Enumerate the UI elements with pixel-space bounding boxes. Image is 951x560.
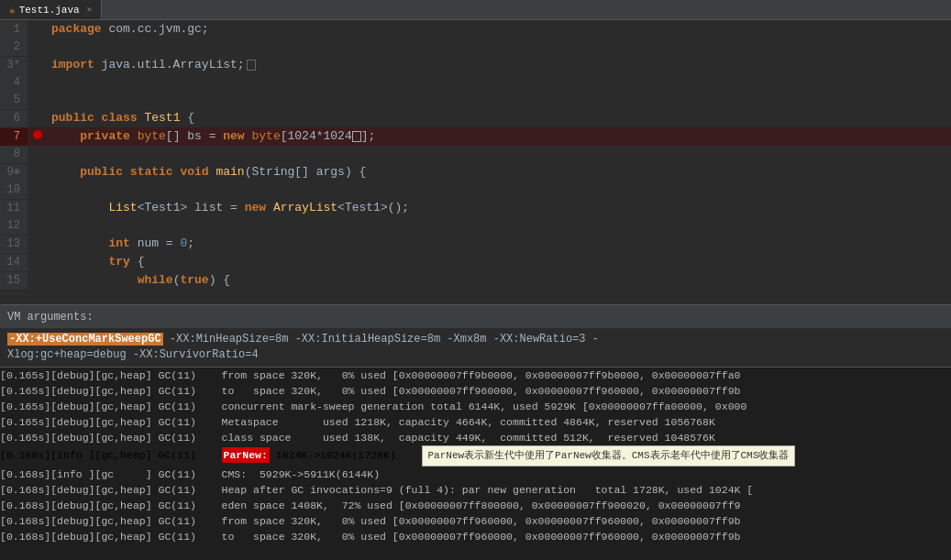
console-line-10: [0.168s][debug][gc,heap] GC(11) from spa… [0,513,951,529]
line-content-13: int num = 0; [44,235,194,252]
console-line-11: [0.168s][debug][gc,heap] GC(11) to space… [0,529,951,544]
line-num-7: 7 [0,128,28,146]
console-line-8: [0.168s][debug][gc,heap] GC(11) Heap aft… [0,482,951,498]
line-num-1: 1 [0,21,28,38]
line-num-13: 13 [0,236,28,253]
line-num-8: 8 [0,146,28,163]
console-line-4: [0.165s][debug][gc,heap] GC(11) Metaspac… [0,414,951,430]
parnew-badge: ParNew: [222,447,270,463]
line-content-14: try { [44,253,144,270]
code-line-3: 3* import java.util.ArrayList; [0,56,951,74]
code-line-11: 11 List<Test1> list = new ArrayList<Test… [0,199,951,217]
console-line-5: [0.165s][debug][gc,heap] GC(11) class sp… [0,430,951,445]
console-parnew-prefix: [0.168s][info ][gc,heap] GC(11) [0,447,222,463]
code-line-9: 9⊕ public static void main(String[] args… [0,163,951,181]
line-num-2: 2 [0,38,28,56]
line-num-5: 5 [0,92,28,109]
vm-args-label: VM arguments: [7,311,94,324]
vm-highlight-cms: -XX:+UseConcMarkSweepGC [7,333,163,346]
code-line-5: 5 [0,92,951,109]
console-parnew-value: 1024K->1024K(1728K) [270,447,422,463]
console-area: [0.165s][debug][gc,heap] GC(11) from spa… [0,368,951,560]
code-line-8: 8 [0,146,951,163]
line-content-11: List<Test1> list = new ArrayList<Test1>(… [44,199,409,216]
line-num-11: 11 [0,200,28,217]
line-content-9: public static void main(String[] args) { [44,163,366,181]
console-line-3: [0.165s][debug][gc,heap] GC(11) concurre… [0,399,951,414]
tab-test1-java[interactable]: ☕ Test1.java ✕ [0,0,102,19]
code-line-2: 2 [0,38,951,56]
console-line-9: [0.168s][debug][gc,heap] GC(11) eden spa… [0,498,951,513]
code-line-13: 13 int num = 0; [0,235,951,253]
parnew-tooltip: ParNew表示新生代中使用了ParNew收集器。CMS表示老年代中使用了CMS… [422,445,796,467]
code-line-14: 14 try { [0,253,951,271]
vm-args-value: -XX:+UseConcMarkSweepGC -XX:MinHeapSize=… [0,328,951,368]
vm-args-text: -XX:+UseConcMarkSweepGC -XX:MinHeapSize=… [7,332,944,363]
line-num-14: 14 [0,254,28,271]
line-num-9: 9⊕ [0,164,28,181]
code-line-7: 7 private byte[] bs = new byte[1024*1024… [0,127,951,146]
code-line-6: 6 public class Test1 { [0,109,951,127]
java-file-icon: ☕ [9,4,16,16]
close-icon[interactable]: ✕ [87,5,92,15]
tab-label: Test1.java [19,5,80,16]
vm-args-label-row: VM arguments: [0,304,951,328]
line-num-15: 15 [0,272,28,290]
code-line-1: 1 package com.cc.jvm.gc; [0,20,951,38]
line-content-15: while(true) { [44,271,230,289]
code-line-12: 12 [0,217,951,235]
line-content-6: public class Test1 { [44,109,194,126]
code-line-4: 4 [0,74,951,92]
line-content-7: private byte[] bs = new byte[1024*1024]; [44,127,375,145]
line-num-10: 10 [0,181,28,199]
line-num-4: 4 [0,74,28,92]
tab-bar: ☕ Test1.java ✕ [0,0,951,20]
line-content-1: package com.cc.jvm.gc; [44,20,209,38]
console-line-6-special: [0.168s][info ][gc,heap] GC(11) ParNew: … [0,445,951,467]
code-editor: 1 package com.cc.jvm.gc; 2 3* import jav… [0,20,951,304]
line-num-12: 12 [0,217,28,235]
marker-7[interactable] [28,130,44,139]
code-line-10: 10 [0,181,951,199]
line-num-3: 3* [0,57,28,74]
console-line-2: [0.165s][debug][gc,heap] GC(11) to space… [0,383,951,399]
console-line-1: [0.165s][debug][gc,heap] GC(11) from spa… [0,368,951,383]
line-content-3: import java.util.ArrayList; [44,56,256,73]
breakpoint-icon[interactable] [33,130,42,139]
line-num-6: 6 [0,110,28,127]
code-line-15: 15 while(true) { [0,271,951,290]
console-line-7: [0.168s][info ][gc ] GC(11) CMS: 5929K->… [0,467,951,482]
